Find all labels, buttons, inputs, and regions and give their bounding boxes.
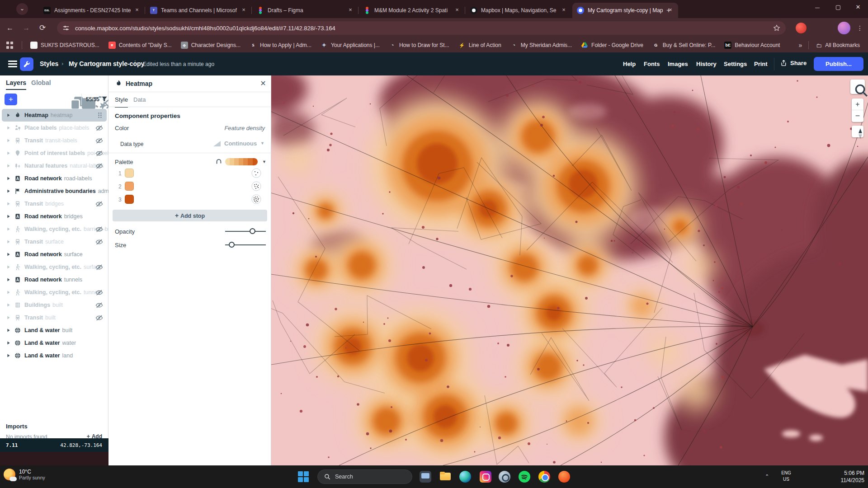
browser-tab-5[interactable]: Mapbox | Maps, Navigation, Se — [466, 3, 571, 18]
browser-tab-2[interactable]: T Teams and Channels | Microsof — [146, 3, 251, 18]
layer-row[interactable]: Heatmapheatmap — [2, 109, 107, 122]
slider-knob[interactable] — [250, 228, 255, 234]
browser-tab-active[interactable]: My Cartogram style-copy | Map — [572, 3, 678, 18]
eye-off-icon[interactable] — [95, 150, 103, 157]
stop-color-swatch[interactable] — [125, 169, 134, 178]
filter-funnel-icon[interactable] — [101, 96, 108, 102]
tab-close-icon[interactable] — [133, 6, 141, 14]
file-explorer-icon[interactable] — [439, 471, 451, 483]
tab-layers[interactable]: Layers — [6, 79, 26, 90]
chrome-icon[interactable] — [538, 471, 550, 483]
eye-off-icon[interactable] — [95, 200, 103, 208]
all-bookmarks-button[interactable]: All Bookmarks — [816, 42, 860, 49]
slider-track[interactable] — [225, 231, 266, 232]
tab-global[interactable]: Global — [31, 79, 51, 86]
chevron-down-icon[interactable] — [262, 160, 266, 164]
caret-icon[interactable] — [7, 240, 10, 244]
caret-icon[interactable] — [7, 278, 10, 282]
layer-row[interactable]: Walking, cycling, etc.surface — [0, 261, 108, 273]
nav-history[interactable]: History — [696, 61, 717, 67]
layer-row[interactable]: Buildingsbuilt — [0, 299, 108, 311]
stop-color-swatch[interactable] — [125, 195, 134, 204]
layer-row[interactable]: Walking, cycling, etc.barriers-bridges — [0, 223, 108, 235]
bookmark-item[interactable]: Contents of "Daily S... — [108, 42, 172, 49]
profile-avatar[interactable] — [838, 22, 850, 34]
slider-knob[interactable] — [229, 242, 235, 248]
style-options-icon[interactable] — [132, 59, 138, 66]
bookmark-item[interactable]: SHow to Apply | Adm... — [250, 42, 311, 49]
eye-off-icon[interactable] — [95, 124, 103, 132]
tab-close-icon[interactable] — [560, 6, 568, 14]
nav-help[interactable]: Help — [623, 61, 636, 67]
language-indicator[interactable]: ENG US — [779, 470, 793, 483]
share-button[interactable]: Share — [780, 60, 807, 66]
back-button[interactable] — [4, 22, 16, 34]
layer-row[interactable]: Place labelsplace-labels — [0, 122, 108, 134]
layer-row[interactable]: Land & waterland — [0, 349, 108, 362]
bookmarks-overflow-icon[interactable] — [799, 42, 802, 49]
site-settings-icon[interactable] — [62, 21, 70, 35]
caret-icon[interactable] — [7, 253, 10, 256]
caret-icon[interactable] — [7, 328, 10, 332]
clock-widget[interactable]: 5:06 PM 11/4/2025 — [830, 469, 864, 484]
caret-icon[interactable] — [7, 151, 10, 155]
caret-icon[interactable] — [7, 215, 10, 218]
address-bar[interactable]: console.mapbox.com/studio/styles/sodsukh… — [57, 21, 786, 35]
spotify-icon[interactable] — [519, 471, 530, 483]
new-tab-button[interactable] — [663, 5, 675, 16]
layer-row[interactable]: Land & waterwater — [0, 337, 108, 349]
caret-icon[interactable] — [7, 316, 10, 319]
nav-print[interactable]: Print — [754, 61, 768, 67]
menu-hamburger-icon[interactable] — [8, 61, 17, 67]
caret-icon[interactable] — [7, 164, 10, 168]
reverse-palette-icon[interactable] — [215, 158, 222, 165]
layer-row[interactable]: Natural featuresnatural-labels — [0, 160, 108, 172]
browser-menu-icon[interactable] — [856, 22, 864, 34]
bookmark-item[interactable]: Line of Action — [458, 42, 501, 49]
layer-row[interactable]: Transittransit-labels — [0, 134, 108, 147]
steam-icon[interactable] — [499, 471, 510, 483]
tab-list-chevron-icon[interactable] — [16, 3, 28, 15]
bookmark-item[interactable]: Folder - Google Drive — [581, 42, 643, 49]
forward-button[interactable] — [20, 22, 33, 34]
caret-icon[interactable] — [7, 202, 10, 206]
opacity-slider[interactable] — [225, 228, 266, 235]
zoom-in-button[interactable] — [852, 99, 863, 110]
palette-preview[interactable] — [225, 158, 258, 165]
bookmark-item[interactable]: My Sheridan Admis... — [510, 42, 572, 49]
url-text[interactable]: console.mapbox.com/studio/styles/sodsukh… — [75, 25, 773, 32]
tab-close-icon[interactable] — [346, 6, 354, 14]
weather-widget[interactable]: 10°C Partly sunny — [4, 469, 45, 480]
apps-grid-icon[interactable] — [6, 42, 14, 49]
nav-images[interactable]: Images — [668, 61, 688, 67]
layer-row[interactable]: Road networkroad-labels — [0, 172, 108, 185]
caret-icon[interactable] — [7, 227, 10, 231]
browser-tab-3[interactable]: Drafts – Figma — [252, 3, 358, 18]
size-slider[interactable] — [225, 242, 266, 248]
eye-off-icon[interactable] — [95, 238, 103, 246]
bookmark-item[interactable]: Your Applications |... — [321, 42, 380, 49]
eye-off-icon[interactable] — [95, 137, 103, 145]
bookmark-star-icon[interactable] — [773, 21, 780, 35]
reload-button[interactable] — [36, 22, 49, 34]
layer-row[interactable]: Road networktunnels — [0, 273, 108, 286]
panel-tab-data[interactable]: Data — [133, 96, 146, 103]
bookmark-item[interactable]: Character Designs... — [181, 42, 241, 49]
layer-row[interactable]: Road networksurface — [0, 248, 108, 261]
mapbox-studio-logo[interactable] — [20, 57, 33, 71]
brave-icon[interactable] — [558, 471, 570, 483]
breadcrumb-styles[interactable]: Styles — [40, 60, 58, 67]
nav-settings[interactable]: Settings — [724, 61, 747, 67]
close-icon[interactable] — [259, 79, 268, 88]
instagram-icon[interactable] — [480, 471, 491, 483]
caret-icon[interactable] — [7, 177, 10, 180]
caret-icon[interactable] — [7, 139, 10, 142]
layer-row[interactable]: Point of interest labelspoi-labels — [0, 147, 108, 160]
eye-off-icon[interactable] — [95, 263, 103, 271]
map-search-button[interactable] — [850, 80, 865, 94]
eye-off-icon[interactable] — [95, 225, 103, 233]
layer-row[interactable]: Transitbuilt — [0, 311, 108, 324]
layer-row[interactable]: Walking, cycling, etc.tunnels — [0, 286, 108, 299]
caret-icon[interactable] — [7, 189, 10, 193]
caret-icon[interactable] — [7, 265, 10, 269]
